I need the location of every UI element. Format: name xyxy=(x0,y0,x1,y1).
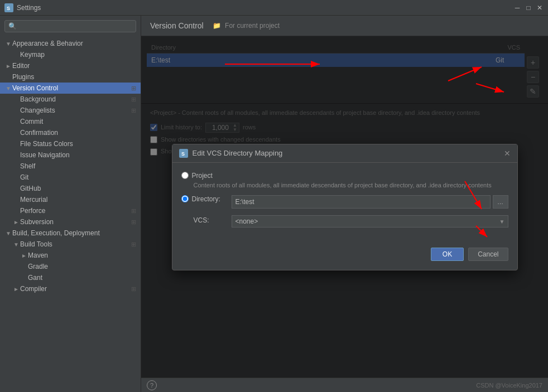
vcs-label: VCS: xyxy=(181,215,232,224)
arrow-icon: ▼ xyxy=(4,85,12,91)
item-suffix-icon: ⊞ xyxy=(131,207,136,215)
minimize-button[interactable]: ─ xyxy=(513,4,521,12)
svg-text:S: S xyxy=(7,6,10,11)
arrow-icon: ► xyxy=(12,286,20,292)
cancel-button[interactable]: Cancel xyxy=(468,248,508,261)
sidebar-tree: ▼ Appearance & Behavior Keymap ► Editor … xyxy=(0,37,141,392)
content-subtitle-text: For current project xyxy=(225,22,280,30)
sidebar-item-label: Mercurial xyxy=(20,196,136,204)
sidebar-item-label: Background xyxy=(20,95,129,103)
sidebar-item-label: Gant xyxy=(28,274,136,282)
directory-radio[interactable] xyxy=(181,195,189,202)
folder-icon: 📁 xyxy=(213,22,221,30)
ok-button[interactable]: OK xyxy=(431,248,464,261)
dialog-overlay: S Edit VCS Directory Mapping ✕ Project C… xyxy=(141,36,548,378)
sidebar-item-keymap[interactable]: Keymap xyxy=(0,49,141,60)
sidebar-item-label: Perforce xyxy=(20,207,129,215)
sidebar-item-label: Shelf xyxy=(20,162,136,170)
directory-field: … xyxy=(232,195,508,209)
sidebar-item-version-control[interactable]: ▼ Version Control ⊞ xyxy=(0,83,141,94)
search-input[interactable] xyxy=(4,20,136,32)
item-suffix-icon: ⊞ xyxy=(131,107,136,114)
dialog-titlebar: S Edit VCS Directory Mapping ✕ xyxy=(172,144,517,163)
sidebar-item-label: Compiler xyxy=(20,285,129,293)
vcs-select-wrapper: <none> Git GitHub Mercurial Perforce Sub… xyxy=(232,215,508,228)
sidebar-item-label: Gradle xyxy=(28,263,136,270)
item-suffix-icon: ⊞ xyxy=(131,219,136,226)
help-button[interactable]: ? xyxy=(147,380,157,390)
sidebar-item-github[interactable]: GitHub xyxy=(0,183,141,194)
sidebar-item-label: Maven xyxy=(28,251,136,259)
sidebar-item-label: Editor xyxy=(12,62,136,70)
sidebar-item-build-tools[interactable]: ▼ Build Tools ⊞ xyxy=(0,239,141,250)
watermark-text: CSDN @VoiceKing2017 xyxy=(476,382,542,389)
dialog-title: Edit VCS Directory Mapping xyxy=(193,149,504,157)
sidebar-item-perforce[interactable]: Perforce ⊞ xyxy=(0,205,141,216)
browse-button[interactable]: … xyxy=(493,195,508,209)
arrow-icon: ► xyxy=(4,63,12,69)
sidebar-item-appearance[interactable]: ▼ Appearance & Behavior xyxy=(0,38,141,49)
sidebar-item-issue-navigation[interactable]: Issue Navigation xyxy=(0,149,141,161)
sidebar-item-subversion[interactable]: ► Subversion ⊞ xyxy=(0,216,141,228)
sidebar-item-background[interactable]: Background ⊞ xyxy=(0,94,141,105)
sidebar-item-mercurial[interactable]: Mercurial xyxy=(0,194,141,205)
sidebar-item-compiler[interactable]: ► Compiler ⊞ xyxy=(0,283,141,294)
content-header: Version Control 📁 For current project xyxy=(141,16,548,36)
sidebar-item-label: Git xyxy=(20,173,136,181)
dialog-icon: S xyxy=(179,149,188,158)
item-suffix-icon: ⊞ xyxy=(131,241,136,248)
dialog-body: Project Content roots of all modules, al… xyxy=(172,163,517,243)
sidebar-item-maven[interactable]: ► Maven xyxy=(0,250,141,261)
sidebar-item-gant[interactable]: Gant xyxy=(0,272,141,283)
sidebar-item-label: Subversion xyxy=(20,218,129,226)
sidebar-item-label: Appearance & Behavior xyxy=(12,40,136,47)
sidebar-item-commit[interactable]: Commit xyxy=(0,116,141,127)
vcs-row: VCS: <none> Git GitHub Mercurial Perforc… xyxy=(181,215,508,228)
sidebar-item-label: Keymap xyxy=(20,51,136,59)
project-radio-label: Project xyxy=(192,172,213,180)
sidebar-item-changelists[interactable]: Changelists ⊞ xyxy=(0,105,141,116)
item-suffix-icon: ⊞ xyxy=(131,85,136,92)
arrow-icon: ▼ xyxy=(12,241,20,248)
edit-vcs-dialog: S Edit VCS Directory Mapping ✕ Project C… xyxy=(172,144,518,270)
sidebar-item-build-execution[interactable]: ▼ Build, Execution, Deployment xyxy=(0,228,141,239)
maximize-button[interactable]: □ xyxy=(525,4,532,12)
arrow-icon: ► xyxy=(12,219,20,225)
window-title: Settings xyxy=(17,4,513,12)
sidebar-item-label: Build Tools xyxy=(20,240,129,248)
sidebar-item-label: Build, Execution, Deployment xyxy=(12,229,136,237)
sidebar-item-gradle[interactable]: Gradle xyxy=(0,261,141,272)
sidebar: ▼ Appearance & Behavior Keymap ► Editor … xyxy=(0,16,141,392)
vcs-select[interactable]: <none> Git GitHub Mercurial Perforce Sub… xyxy=(232,215,508,228)
dialog-close-button[interactable]: ✕ xyxy=(504,149,511,158)
project-radio[interactable] xyxy=(181,172,189,179)
sidebar-item-editor[interactable]: ► Editor xyxy=(0,60,141,71)
svg-line-6 xyxy=(448,67,482,81)
sidebar-item-label: Version Control xyxy=(12,84,129,92)
directory-input[interactable] xyxy=(232,195,491,209)
close-button[interactable]: ✕ xyxy=(536,4,544,12)
item-suffix-icon: ⊞ xyxy=(131,96,136,103)
sidebar-search-wrapper xyxy=(0,16,141,37)
item-suffix-icon: ⊞ xyxy=(131,285,136,293)
title-bar: S Settings ─ □ ✕ xyxy=(0,0,548,16)
directory-row: Directory: … xyxy=(181,195,508,209)
sidebar-item-plugins[interactable]: Plugins xyxy=(0,71,141,83)
directory-section: Directory: … xyxy=(181,195,508,209)
sidebar-item-confirmation[interactable]: Confirmation xyxy=(0,127,141,138)
project-radio-option: Project xyxy=(181,172,508,180)
svg-text:S: S xyxy=(181,151,185,157)
sidebar-item-label: Plugins xyxy=(12,73,136,81)
svg-line-7 xyxy=(476,84,504,92)
directory-radio-label: Directory: xyxy=(192,195,220,203)
sidebar-item-label: File Status Colors xyxy=(20,140,136,148)
project-radio-description: Content roots of all modules, all immedi… xyxy=(181,182,508,188)
bottom-bar: ? CSDN @VoiceKing2017 xyxy=(141,378,548,392)
sidebar-item-git[interactable]: Git xyxy=(0,172,141,183)
sidebar-item-shelf[interactable]: Shelf xyxy=(0,161,141,172)
sidebar-item-label: Confirmation xyxy=(20,129,136,137)
content-title: Version Control xyxy=(150,21,204,30)
sidebar-item-file-status-colors[interactable]: File Status Colors xyxy=(0,138,141,149)
main-layout: ▼ Appearance & Behavior Keymap ► Editor … xyxy=(0,16,548,392)
arrow-icon: ▼ xyxy=(4,41,12,47)
